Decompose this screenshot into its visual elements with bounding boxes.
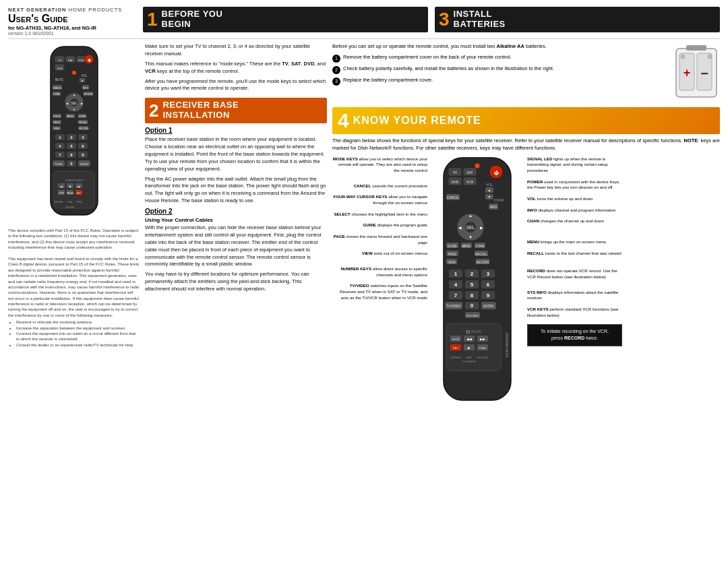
col-left: TV SAT DVD ⏻ VCR MUTE VOL: [8, 43, 140, 555]
svg-text:▼: ▼: [73, 108, 75, 111]
labels-left: MODE KEYS allow you to select which devi…: [332, 156, 430, 307]
remote-diagram: MODE KEYS allow you to select which devi…: [332, 156, 720, 414]
fcc-text: This device complies with Part 15 of the…: [8, 228, 140, 348]
label-power: POWER used in conjunction with the devic…: [527, 179, 622, 191]
svg-text:◀: ◀: [458, 226, 462, 230]
section3-intro: Before you can set up or operate the rem…: [332, 43, 667, 51]
option2-body1: With the proper connection, you can hide…: [145, 224, 327, 268]
option2-heading: Option 2: [145, 208, 327, 215]
battery-illustration: + −: [673, 43, 720, 102]
svg-text:PAUSE: PAUSE: [67, 192, 73, 195]
svg-text:STOP: STOP: [58, 192, 63, 195]
label-four-way: FOUR-WAY CURSOR KEYS allow you to naviga…: [332, 194, 427, 206]
svg-point-11: [72, 71, 76, 75]
svg-text:MENU: MENU: [67, 115, 74, 118]
svg-text:▼: ▼: [468, 235, 473, 239]
section1-p1: Make sure to set your TV to channel 2, 3…: [145, 43, 327, 58]
svg-text:INFO: INFO: [490, 206, 497, 209]
label-vcr-keys: VCR KEYS perform standard VCR functions …: [527, 307, 622, 318]
section3-number: 3: [439, 10, 450, 29]
svg-text:SAT: SAT: [67, 59, 73, 62]
svg-text:RECALL: RECALL: [475, 252, 487, 255]
svg-text:PLAY: PLAY: [479, 346, 486, 349]
svg-text:RECORD: RECORD: [65, 206, 75, 209]
svg-text:REWIND: REWIND: [450, 356, 461, 359]
section3-header: 3 INSTALLBATTERIES: [435, 7, 720, 32]
svg-text:RECALL: RECALL: [78, 121, 88, 124]
svg-text:GUIDE: GUIDE: [448, 244, 457, 247]
svg-text:3: 3: [487, 271, 490, 277]
section1-title: BEFORE YOUBEGIN: [162, 9, 223, 30]
svg-text:4: 4: [454, 282, 458, 288]
remote-svg: TV SAT DVD ⏻ VCR MUTE VOL: [40, 43, 108, 218]
section4-header: 4 KNOW YOUR REMOTE: [332, 107, 720, 134]
remote-diagram-svg: TV SAT ⏻ DVD VCR: [430, 156, 524, 412]
svg-text:REC: REC: [76, 192, 81, 195]
section4-intro: The diagram below shows the functions of…: [332, 137, 720, 152]
section3-header-area: 3 INSTALLBATTERIES: [435, 7, 720, 36]
svg-text:VCR: VCR: [57, 67, 63, 70]
label-guide: GUIDE displays the program guide: [332, 222, 427, 228]
version: version 1.0 08192001: [8, 31, 143, 36]
fcc-bullets: Reorient or relocate the receiving anten…: [8, 319, 140, 348]
svg-text:VCR/DVD KEYS: VCR/DVD KEYS: [65, 179, 83, 182]
svg-rect-88: [686, 45, 706, 51]
svg-text:9: 9: [487, 292, 490, 299]
svg-text:RECORD: RECORD: [78, 127, 89, 130]
section4: 4 KNOW YOUR REMOTE The diagram below sho…: [332, 107, 720, 414]
svg-text:DVD: DVD: [78, 59, 84, 62]
fcc-bullet-2: Increase the separation between the equi…: [16, 325, 140, 331]
svg-point-93: [681, 55, 685, 59]
section1-body: Make sure to set your TV to channel 2, 3…: [145, 43, 327, 92]
option1-body2: Plug the AC power adapter into the wall …: [145, 176, 327, 206]
svg-text:PAGE: PAGE: [448, 252, 456, 255]
svg-text:VIEW: VIEW: [53, 127, 60, 130]
batteries-step1: 1 Remove the battery compartment cover o…: [332, 54, 667, 63]
svg-text:TV: TV: [57, 59, 61, 62]
label-signal-led: SIGNAL LED lights up when the remote is …: [527, 156, 622, 174]
svg-text:5: 5: [471, 282, 474, 288]
svg-text:RECORD: RECORD: [476, 260, 489, 263]
svg-point-94: [708, 55, 712, 59]
step2-num: 2: [332, 66, 340, 74]
section2-header: 2 RECEIVER BASEINSTALLATION: [145, 98, 327, 123]
label-chan: CHAN changes the channel up and down: [527, 218, 622, 224]
svg-text:VOL: VOL: [486, 183, 493, 187]
svg-text:2: 2: [471, 271, 474, 277]
svg-text:SEL: SEL: [71, 101, 78, 105]
svg-text:REC: REC: [453, 346, 459, 349]
section1-number: 1: [147, 10, 158, 29]
label-record: RECORD does not operate VCR record. Use …: [527, 268, 622, 280]
svg-text:▲: ▲: [81, 79, 84, 82]
brand-section: Next Generation Home Products User's Gui…: [8, 7, 143, 36]
svg-text:DOWN: DOWN: [78, 115, 86, 118]
svg-text:F.FWD: F.FWD: [75, 201, 82, 204]
label-recall: RECALL tunes to the last channel that wa…: [527, 251, 622, 257]
svg-text:INFO: INFO: [82, 87, 88, 90]
svg-text:FAST: FAST: [466, 356, 473, 359]
option2-body2: You may have to try different locations …: [145, 271, 327, 293]
svg-text:TV/VIDEO: TV/VIDEO: [446, 304, 461, 307]
label-select: SELECT chooses the highlighted item in t…: [332, 212, 427, 218]
option2-sub: Using Your Control Cables: [145, 217, 327, 223]
svg-text:VCR: VCR: [466, 179, 474, 183]
section2: 2 RECEIVER BASEINSTALLATION Option 1 Pla…: [145, 98, 327, 293]
fcc-body2: This equipment has been tested and found…: [8, 256, 140, 318]
svg-text:CHAN: CHAN: [476, 244, 485, 247]
label-tv-video: TV/VIDEO switches inputs on the Satellit…: [332, 283, 427, 301]
svg-text:▌▌ PAUSE: ▌▌ PAUSE: [466, 330, 482, 334]
svg-text:VIEW: VIEW: [448, 260, 456, 263]
section1-header: 1 BEFORE YOUBEGIN: [143, 7, 428, 32]
section3-body: Before you can set up or operate the rem…: [332, 43, 720, 102]
section4-title: KNOW YOUR REMOTE: [353, 115, 481, 127]
svg-text:DVD: DVD: [452, 179, 459, 183]
svg-text:▲: ▲: [73, 93, 75, 96]
section1-p2: This manual makes reference to "mode key…: [145, 61, 327, 75]
page: Next Generation Home Products User's Gui…: [0, 0, 728, 562]
section2-number: 2: [149, 102, 158, 119]
batteries-steps: 1 Remove the battery compartment cover o…: [332, 54, 667, 86]
svg-text:⏻: ⏻: [87, 58, 90, 62]
svg-text:GUIDE: GUIDE: [53, 115, 61, 118]
svg-text:7: 7: [454, 292, 458, 299]
svg-text:PAGE: PAGE: [53, 121, 60, 124]
